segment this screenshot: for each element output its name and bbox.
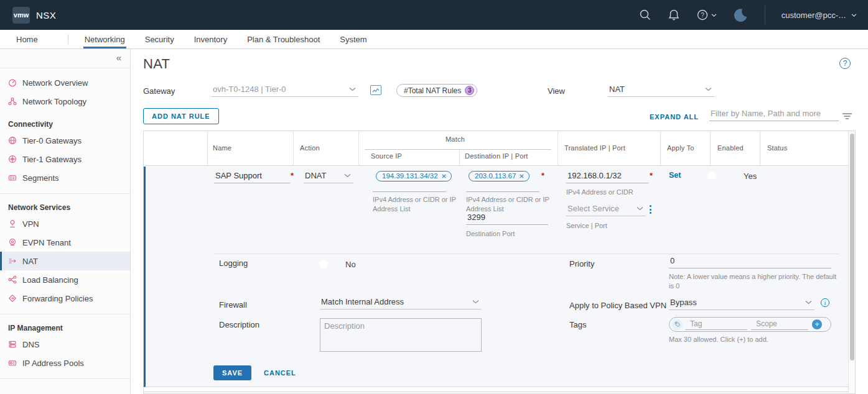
filter-input[interactable] xyxy=(709,108,839,121)
sidebar-item-segments[interactable]: Segments xyxy=(0,168,130,187)
globe-icon xyxy=(8,155,17,163)
firewall-select[interactable]: Match Internal Address xyxy=(320,296,482,309)
sidebar-item-label: IP Address Pools xyxy=(22,359,84,368)
chip-remove-icon[interactable] xyxy=(442,174,446,178)
tab-inventory[interactable]: Inventory xyxy=(193,30,228,48)
page-help-icon[interactable]: ? xyxy=(839,58,851,69)
action-value: DNAT xyxy=(305,171,326,180)
tab-home[interactable]: Home xyxy=(15,30,39,48)
nav-divider xyxy=(68,34,68,44)
destination-ip-chip: 203.0.113.67 xyxy=(469,171,530,181)
sidebar-item-load-balancing[interactable]: Load Balancing xyxy=(0,270,130,289)
dark-mode-moon-icon[interactable] xyxy=(733,7,749,23)
help-menu-icon[interactable]: ? xyxy=(696,9,717,21)
table-row-divider xyxy=(144,392,855,392)
sidebar-section-connectivity: Connectivity xyxy=(0,117,130,131)
search-icon[interactable] xyxy=(639,9,651,21)
user-menu[interactable]: customer@pcc-… xyxy=(782,11,857,20)
top-bar: vmw NSX ? customer@pcc-… xyxy=(0,0,868,30)
sidebar-item-network-topology[interactable]: Network Topology xyxy=(0,92,130,111)
cancel-button[interactable]: CANCEL xyxy=(264,369,296,377)
topbar-divider xyxy=(765,6,765,24)
form-divider xyxy=(214,254,839,254)
add-nat-rule-button[interactable]: ADD NAT RULE xyxy=(143,108,219,124)
tab-security[interactable]: Security xyxy=(144,30,175,48)
sidebar-item-ip-address-pools[interactable]: IP Address Pools xyxy=(0,354,130,372)
main-nav: Home Networking Security Inventory Plan … xyxy=(0,30,868,49)
sidebar-item-tier1-gateways[interactable]: Tier-1 Gateways xyxy=(0,150,130,168)
service-menu-dots-icon[interactable] xyxy=(648,204,653,215)
tab-networking[interactable]: Networking xyxy=(83,30,126,48)
expand-all-link[interactable]: EXPAND ALL xyxy=(650,113,699,121)
gauge-icon xyxy=(8,78,17,87)
source-ip-chip: 194.39.131.34/32 xyxy=(376,171,452,181)
save-button[interactable]: SAVE xyxy=(213,365,251,380)
gateway-label: Gateway xyxy=(143,86,175,96)
sidebar-divider xyxy=(0,378,130,379)
tag-input[interactable] xyxy=(685,319,747,330)
tab-plan-troubleshoot[interactable]: Plan & Troubleshoot xyxy=(246,30,321,48)
sidebar-item-vpn[interactable]: VPN xyxy=(0,214,130,233)
col-header-action: Action xyxy=(300,144,320,152)
sidebar-collapse-icon[interactable]: « xyxy=(116,52,121,63)
policy-vpn-label: Apply to Policy Based VPN xyxy=(569,301,666,310)
notifications-bell-icon[interactable] xyxy=(668,9,680,21)
chip-remove-icon[interactable] xyxy=(520,174,524,178)
sidebar-section-network-services: Network Services xyxy=(0,201,130,214)
sidebar-item-label: VPN xyxy=(22,219,39,229)
load-balancer-icon xyxy=(8,275,17,284)
col-header-apply-to: Apply To xyxy=(667,144,694,152)
apply-to-set-link[interactable]: Set xyxy=(669,171,681,180)
dns-icon xyxy=(8,340,17,349)
sidebar-item-nat[interactable]: NAT xyxy=(0,252,130,270)
policy-vpn-select[interactable]: Bypass xyxy=(669,296,814,310)
nat-rules-table: Name Action Match Source IP Destination … xyxy=(143,131,856,394)
nat-stats-chart-icon[interactable] xyxy=(370,85,381,95)
destination-ip-input[interactable] xyxy=(466,191,539,192)
service-select[interactable]: Select Service xyxy=(566,203,646,216)
nat-rule-edit-row: * DNAT 194.39.131.34/32 IPv4 Address or … xyxy=(144,167,849,387)
total-nat-rules-count-badge: 3 xyxy=(465,86,474,95)
gateway-value: ovh-T0-1248 | Tier-0 xyxy=(213,85,286,94)
chevron-down-icon xyxy=(637,206,643,211)
table-scrollbar[interactable] xyxy=(848,131,855,393)
rule-name-input[interactable] xyxy=(214,170,290,183)
required-asterisk: * xyxy=(650,171,653,180)
table-header: Name Action Match Source IP Destination … xyxy=(144,131,855,166)
sidebar-item-tier0-gateways[interactable]: Tier-0 Gateways xyxy=(0,131,130,150)
info-icon[interactable]: i xyxy=(821,298,829,307)
service-placeholder: Select Service xyxy=(567,204,619,213)
tab-system[interactable]: System xyxy=(338,30,368,48)
destination-port-hint: Destination Port xyxy=(466,229,515,239)
topology-icon xyxy=(8,97,17,106)
tags-editor: + xyxy=(669,317,831,332)
description-textarea[interactable] xyxy=(320,318,482,352)
sidebar-item-label: DNS xyxy=(22,340,39,349)
sidebar-item-label: EVPN Tenant xyxy=(22,238,71,247)
filter-icon[interactable] xyxy=(842,111,852,122)
add-tag-plus-icon[interactable]: + xyxy=(812,319,822,329)
description-label: Description xyxy=(219,320,259,329)
source-ip-input[interactable] xyxy=(373,191,446,192)
view-value: NAT xyxy=(609,85,625,94)
sidebar-item-forwarding-policies[interactable]: Forwarding Policies xyxy=(0,289,130,308)
sidebar-item-network-overview[interactable]: Network Overview xyxy=(0,73,130,92)
col-header-match: Match xyxy=(446,135,465,143)
policy-vpn-value: Bypass xyxy=(670,298,697,307)
scope-input[interactable] xyxy=(751,319,808,330)
destination-port-input[interactable] xyxy=(466,211,548,225)
sidebar-item-dns[interactable]: DNS xyxy=(0,335,130,354)
scrollbar-thumb[interactable] xyxy=(850,134,854,360)
sidebar-item-label: Segments xyxy=(22,173,59,183)
translated-ip-hint: IPv4 Address or CIDR xyxy=(566,188,633,197)
view-select[interactable]: NAT xyxy=(608,83,714,97)
action-select[interactable]: DNAT xyxy=(304,170,353,183)
source-ip-hint: IPv4 Address or CIDR or IP Address List xyxy=(373,195,460,214)
sidebar-section-ip-management: IP Management xyxy=(0,321,130,335)
col-header-enabled: Enabled xyxy=(717,144,744,152)
sidebar-item-evpn-tenant[interactable]: EVPN Tenant xyxy=(0,233,130,252)
gateway-select[interactable]: ovh-T0-1248 | Tier-0 xyxy=(212,83,358,97)
translated-ip-input[interactable] xyxy=(566,170,648,183)
total-nat-rules-pill: #Total NAT Rules 3 xyxy=(396,84,477,97)
priority-input[interactable] xyxy=(669,255,831,268)
